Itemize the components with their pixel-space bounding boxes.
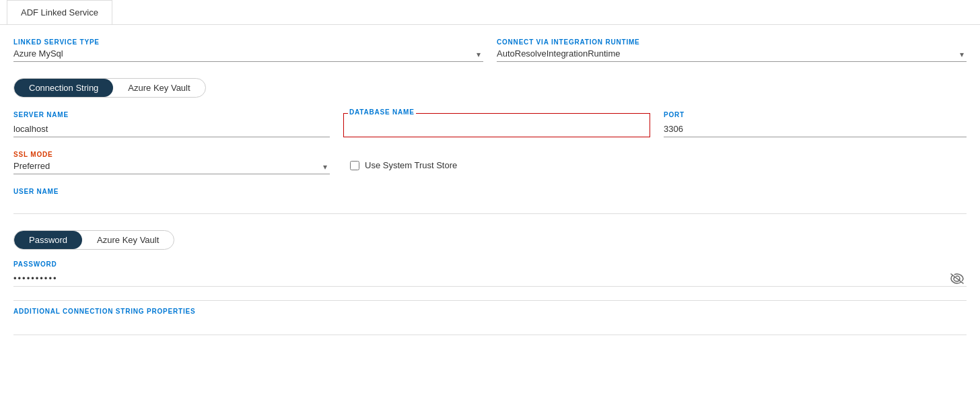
connection-string-toggle-btn[interactable]: Connection String (14, 79, 113, 97)
top-row: LINKED SERVICE TYPE Azure MySql ▾ CONNEC… (13, 38, 967, 62)
password-toggle-btn[interactable]: Password (14, 231, 82, 249)
ssl-mode-select-wrapper: Preferred ▾ (13, 161, 330, 174)
use-system-trust-store-label[interactable]: Use System Trust Store (365, 160, 457, 170)
additional-connection-input[interactable] (13, 319, 967, 335)
password-input-wrapper (13, 271, 967, 287)
use-system-trust-store-checkbox[interactable] (350, 161, 359, 170)
connection-string-toggle-row: Connection String Azure Key Vault (13, 78, 967, 98)
connect-via-select-wrapper: AutoResolveIntegrationRuntime ▾ (497, 48, 967, 62)
linked-service-type-group: LINKED SERVICE TYPE Azure MySql ▾ (13, 38, 483, 62)
additional-connection-section: ADDITIONAL CONNECTION STRING PROPERTIES (13, 300, 967, 335)
port-label: PORT (664, 111, 967, 118)
port-group: PORT (664, 111, 967, 137)
connect-via-label: CONNECT VIA INTEGRATION RUNTIME (497, 38, 967, 46)
additional-connection-label: ADDITIONAL CONNECTION STRING PROPERTIES (13, 308, 967, 315)
form-area: LINKED SERVICE TYPE Azure MySql ▾ CONNEC… (0, 25, 980, 342)
server-db-port-row: SERVER NAME DATABASE NAME PORT (13, 111, 967, 137)
server-name-label: SERVER NAME (13, 111, 330, 118)
azure-key-vault-toggle-btn-1[interactable]: Azure Key Vault (113, 79, 205, 97)
database-name-wrapper: DATABASE NAME (343, 113, 650, 137)
ssl-mode-group: SSL MODE Preferred ▾ (13, 151, 330, 174)
database-name-input[interactable] (349, 118, 644, 128)
server-name-input[interactable] (13, 121, 330, 137)
password-field-row: PASSWORD (13, 260, 967, 287)
linked-service-type-label: LINKED SERVICE TYPE (13, 38, 483, 46)
port-input[interactable] (664, 121, 967, 137)
tab-bar: ADF Linked Service (0, 0, 980, 25)
username-group: USER NAME (13, 188, 967, 214)
linked-service-type-select[interactable]: Azure MySql (13, 48, 483, 59)
ssl-mode-label: SSL MODE (13, 151, 330, 158)
password-label: PASSWORD (13, 260, 967, 268)
user-name-label: USER NAME (13, 188, 967, 195)
server-name-group: SERVER NAME (13, 111, 330, 137)
password-section: Password Azure Key Vault (13, 230, 967, 250)
password-input[interactable] (13, 271, 967, 287)
connect-via-group: CONNECT VIA INTEGRATION RUNTIME AutoReso… (497, 38, 967, 62)
linked-service-type-select-wrapper: Azure MySql ▾ (13, 48, 483, 62)
user-name-input[interactable] (13, 198, 967, 214)
tab-label: ADF Linked Service (21, 7, 98, 18)
tab-adf-linked-service[interactable]: ADF Linked Service (7, 0, 112, 24)
connection-string-toggle-group: Connection String Azure Key Vault (13, 78, 206, 98)
toggle-password-visibility-icon[interactable] (950, 273, 964, 287)
ssl-mode-row: SSL MODE Preferred ▾ Use System Trust St… (13, 151, 967, 174)
use-system-trust-store-group: Use System Trust Store (350, 160, 457, 174)
azure-key-vault-toggle-btn-2[interactable]: Azure Key Vault (82, 231, 174, 249)
database-name-label: DATABASE NAME (348, 108, 416, 116)
database-name-group: DATABASE NAME (343, 113, 650, 137)
ssl-mode-select[interactable]: Preferred (13, 161, 330, 171)
password-toggle-group: Password Azure Key Vault (13, 230, 174, 250)
connect-via-select[interactable]: AutoResolveIntegrationRuntime (497, 48, 967, 59)
page: ADF Linked Service LINKED SERVICE TYPE A… (0, 0, 980, 420)
